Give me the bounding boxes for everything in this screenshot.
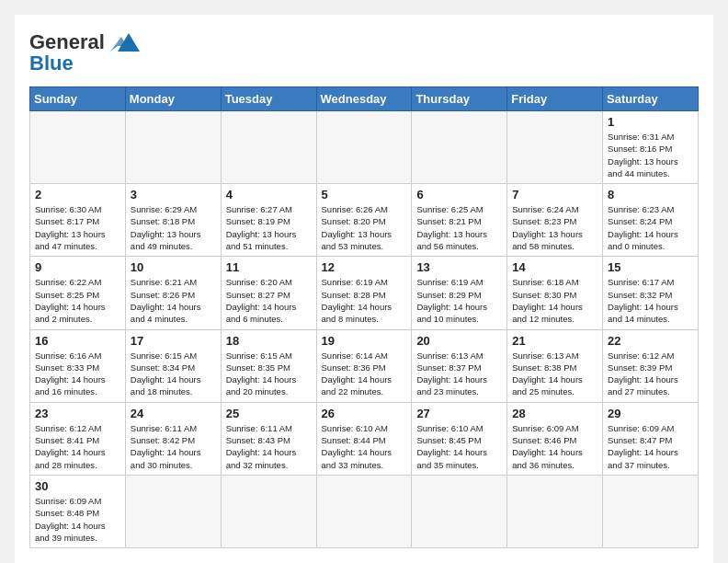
calendar-cell [30,111,126,184]
calendar-cell: 14Sunrise: 6:18 AM Sunset: 8:30 PM Dayli… [507,257,603,329]
day-number: 18 [226,334,312,348]
calendar-week-row: 16Sunrise: 6:16 AM Sunset: 8:33 PM Dayli… [30,329,699,402]
calendar-week-row: 1Sunrise: 6:31 AM Sunset: 8:16 PM Daylig… [30,111,699,184]
day-number: 8 [608,188,693,201]
day-number: 19 [322,334,407,348]
day-number: 6 [416,188,502,201]
day-info: Sunrise: 6:10 AM Sunset: 8:45 PM Dayligh… [416,422,502,471]
day-number: 27 [416,407,502,420]
weekday-header-row: SundayMondayTuesdayWednesdayThursdayFrid… [30,87,699,111]
day-info: Sunrise: 6:18 AM Sunset: 8:30 PM Dayligh… [512,276,597,325]
calendar-cell [316,111,412,184]
day-number: 25 [226,407,312,420]
day-info: Sunrise: 6:30 AM Sunset: 8:17 PM Dayligh… [35,203,120,252]
day-number: 12 [322,260,407,274]
calendar-cell: 26Sunrise: 6:10 AM Sunset: 8:44 PM Dayli… [316,402,412,475]
calendar-cell [412,111,507,184]
day-number: 7 [512,188,597,201]
day-info: Sunrise: 6:13 AM Sunset: 8:38 PM Dayligh… [512,350,597,398]
calendar-cell [507,111,603,184]
weekday-header-saturday: Saturday [603,87,699,111]
calendar-week-row: 30Sunrise: 6:09 AM Sunset: 8:48 PM Dayli… [30,475,699,547]
day-info: Sunrise: 6:15 AM Sunset: 8:34 PM Dayligh… [131,350,216,398]
calendar-cell: 3Sunrise: 6:29 AM Sunset: 8:18 PM Daylig… [125,184,221,257]
calendar-cell: 29Sunrise: 6:09 AM Sunset: 8:47 PM Dayli… [603,402,699,475]
calendar-week-row: 9Sunrise: 6:22 AM Sunset: 8:25 PM Daylig… [30,257,699,329]
day-info: Sunrise: 6:29 AM Sunset: 8:18 PM Dayligh… [131,203,216,252]
calendar-cell: 15Sunrise: 6:17 AM Sunset: 8:32 PM Dayli… [603,257,699,329]
calendar-cell: 7Sunrise: 6:24 AM Sunset: 8:23 PM Daylig… [507,184,603,257]
day-info: Sunrise: 6:14 AM Sunset: 8:36 PM Dayligh… [322,350,407,398]
day-number: 15 [608,260,693,274]
day-info: Sunrise: 6:09 AM Sunset: 8:48 PM Dayligh… [35,495,120,544]
day-info: Sunrise: 6:09 AM Sunset: 8:47 PM Dayligh… [608,422,693,471]
calendar-cell: 28Sunrise: 6:09 AM Sunset: 8:46 PM Dayli… [507,402,603,475]
calendar-cell: 5Sunrise: 6:26 AM Sunset: 8:20 PM Daylig… [316,184,412,257]
day-number: 23 [35,407,120,420]
day-number: 29 [608,407,693,420]
calendar-cell [316,475,412,547]
weekday-header-thursday: Thursday [412,87,507,111]
day-info: Sunrise: 6:25 AM Sunset: 8:21 PM Dayligh… [416,203,502,252]
day-info: Sunrise: 6:20 AM Sunset: 8:27 PM Dayligh… [226,276,312,325]
weekday-header-tuesday: Tuesday [221,87,316,111]
day-info: Sunrise: 6:12 AM Sunset: 8:41 PM Dayligh… [35,422,120,471]
calendar-cell: 24Sunrise: 6:11 AM Sunset: 8:42 PM Dayli… [125,402,221,475]
logo-text: General [29,32,105,52]
day-number: 24 [131,407,216,420]
weekday-header-sunday: Sunday [30,87,126,111]
calendar-cell: 21Sunrise: 6:13 AM Sunset: 8:38 PM Dayli… [507,329,603,402]
day-number: 5 [322,188,407,201]
calendar-cell: 16Sunrise: 6:16 AM Sunset: 8:33 PM Dayli… [30,329,126,402]
page: General Blue SundayMondayTuesdayWednesda… [15,15,713,563]
calendar-cell [412,475,507,547]
calendar-cell: 18Sunrise: 6:15 AM Sunset: 8:35 PM Dayli… [221,329,316,402]
day-info: Sunrise: 6:19 AM Sunset: 8:29 PM Dayligh… [416,276,502,325]
day-number: 2 [35,188,120,201]
day-info: Sunrise: 6:27 AM Sunset: 8:19 PM Dayligh… [226,203,312,252]
day-number: 3 [131,188,216,201]
day-number: 13 [416,260,502,274]
calendar-cell: 6Sunrise: 6:25 AM Sunset: 8:21 PM Daylig… [412,184,507,257]
day-info: Sunrise: 6:10 AM Sunset: 8:44 PM Dayligh… [322,422,407,471]
logo: General Blue [29,29,143,75]
day-number: 1 [608,115,693,129]
day-number: 14 [512,260,597,274]
calendar-cell: 10Sunrise: 6:21 AM Sunset: 8:26 PM Dayli… [125,257,221,329]
day-number: 17 [131,334,216,348]
day-info: Sunrise: 6:12 AM Sunset: 8:39 PM Dayligh… [608,350,693,398]
weekday-header-friday: Friday [507,87,603,111]
calendar-cell: 9Sunrise: 6:22 AM Sunset: 8:25 PM Daylig… [30,257,126,329]
weekday-header-monday: Monday [125,87,221,111]
calendar-cell: 23Sunrise: 6:12 AM Sunset: 8:41 PM Dayli… [30,402,126,475]
calendar-cell [221,111,316,184]
calendar-cell [507,475,603,547]
day-info: Sunrise: 6:19 AM Sunset: 8:28 PM Dayligh… [322,276,407,325]
day-number: 28 [512,407,597,420]
calendar-cell [221,475,316,547]
calendar-cell: 8Sunrise: 6:23 AM Sunset: 8:24 PM Daylig… [603,184,699,257]
calendar-cell [125,475,221,547]
day-info: Sunrise: 6:11 AM Sunset: 8:42 PM Dayligh… [131,422,216,471]
calendar-cell: 19Sunrise: 6:14 AM Sunset: 8:36 PM Dayli… [316,329,412,402]
calendar-cell: 11Sunrise: 6:20 AM Sunset: 8:27 PM Dayli… [221,257,316,329]
calendar-cell: 2Sunrise: 6:30 AM Sunset: 8:17 PM Daylig… [30,184,126,257]
day-info: Sunrise: 6:11 AM Sunset: 8:43 PM Dayligh… [226,422,312,471]
calendar-cell [125,111,221,184]
calendar-week-row: 2Sunrise: 6:30 AM Sunset: 8:17 PM Daylig… [30,184,699,257]
day-number: 22 [608,334,693,348]
calendar-cell: 25Sunrise: 6:11 AM Sunset: 8:43 PM Dayli… [221,402,316,475]
day-info: Sunrise: 6:24 AM Sunset: 8:23 PM Dayligh… [512,203,597,252]
day-number: 9 [35,260,120,274]
calendar-week-row: 23Sunrise: 6:12 AM Sunset: 8:41 PM Dayli… [30,402,699,475]
calendar-cell: 17Sunrise: 6:15 AM Sunset: 8:34 PM Dayli… [125,329,221,402]
day-number: 4 [226,188,312,201]
calendar-cell: 20Sunrise: 6:13 AM Sunset: 8:37 PM Dayli… [412,329,507,402]
calendar-cell [603,475,699,547]
day-info: Sunrise: 6:31 AM Sunset: 8:16 PM Dayligh… [608,131,693,179]
day-number: 16 [35,334,120,348]
day-number: 26 [322,407,407,420]
day-info: Sunrise: 6:13 AM Sunset: 8:37 PM Dayligh… [416,350,502,398]
calendar-cell: 27Sunrise: 6:10 AM Sunset: 8:45 PM Dayli… [412,402,507,475]
day-info: Sunrise: 6:16 AM Sunset: 8:33 PM Dayligh… [35,350,120,398]
